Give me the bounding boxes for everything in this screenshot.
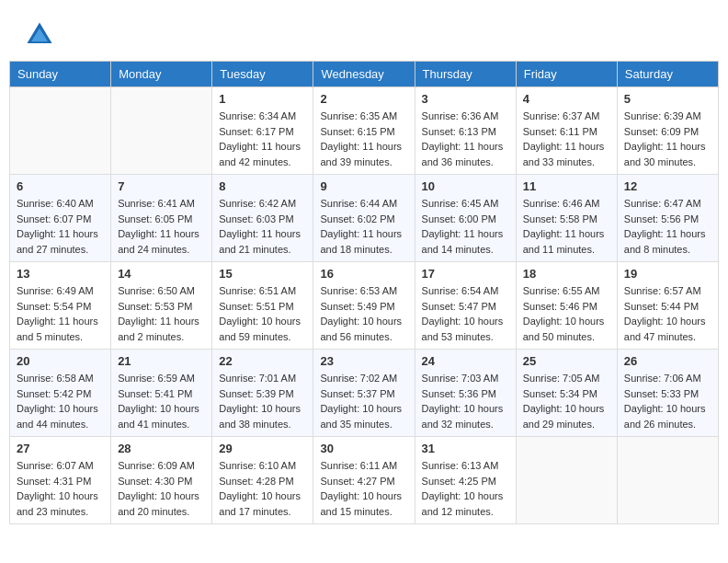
sunset-text: Sunset: 5:41 PM xyxy=(118,386,205,402)
day-info: Sunrise: 6:36 AM Sunset: 6:13 PM Dayligh… xyxy=(422,109,509,169)
calendar-day-cell: 13 Sunrise: 6:49 AM Sunset: 5:54 PM Dayl… xyxy=(10,262,111,350)
day-number: 22 xyxy=(219,354,306,368)
day-number: 27 xyxy=(17,442,104,455)
calendar-week-row: 1 Sunrise: 6:34 AM Sunset: 6:17 PM Dayli… xyxy=(10,87,719,175)
sunset-text: Sunset: 4:28 PM xyxy=(219,474,306,489)
calendar-day-cell: 8 Sunrise: 6:42 AM Sunset: 6:03 PM Dayli… xyxy=(212,175,313,262)
calendar-week-row: 6 Sunrise: 6:40 AM Sunset: 6:07 PM Dayli… xyxy=(10,175,719,262)
sunset-text: Sunset: 6:15 PM xyxy=(320,124,407,140)
sunset-text: Sunset: 5:58 PM xyxy=(523,212,610,227)
calendar-day-cell: 23 Sunrise: 7:02 AM Sunset: 5:37 PM Dayl… xyxy=(313,350,415,437)
sunrise-text: Sunrise: 7:01 AM xyxy=(219,371,306,386)
day-number: 17 xyxy=(422,267,509,281)
day-number: 20 xyxy=(17,354,104,368)
sunrise-text: Sunrise: 6:42 AM xyxy=(219,196,306,212)
daylight-text: Daylight: 10 hours and 50 minutes. xyxy=(523,314,610,344)
day-info: Sunrise: 7:05 AM Sunset: 5:34 PM Dayligh… xyxy=(523,371,610,431)
day-number: 31 xyxy=(422,442,509,455)
day-info: Sunrise: 7:03 AM Sunset: 5:36 PM Dayligh… xyxy=(422,371,509,431)
sunset-text: Sunset: 4:30 PM xyxy=(118,474,205,489)
day-info: Sunrise: 6:49 AM Sunset: 5:54 PM Dayligh… xyxy=(17,283,104,344)
day-info: Sunrise: 6:51 AM Sunset: 5:51 PM Dayligh… xyxy=(219,283,306,344)
calendar-day-cell: 31 Sunrise: 6:13 AM Sunset: 4:25 PM Dayl… xyxy=(415,437,516,524)
sunrise-text: Sunrise: 6:44 AM xyxy=(320,196,407,212)
daylight-text: Daylight: 11 hours and 21 minutes. xyxy=(219,226,306,257)
sunset-text: Sunset: 4:31 PM xyxy=(17,474,104,489)
calendar-day-cell: 10 Sunrise: 6:45 AM Sunset: 6:00 PM Dayl… xyxy=(415,175,516,262)
day-number: 21 xyxy=(118,354,205,368)
day-info: Sunrise: 6:41 AM Sunset: 6:05 PM Dayligh… xyxy=(118,196,205,257)
day-number: 30 xyxy=(320,442,407,455)
sunrise-text: Sunrise: 6:54 AM xyxy=(422,283,509,299)
calendar-day-cell: 22 Sunrise: 7:01 AM Sunset: 5:39 PM Dayl… xyxy=(212,350,313,437)
calendar-day-header: Saturday xyxy=(617,62,718,87)
daylight-text: Daylight: 10 hours and 35 minutes. xyxy=(320,401,407,431)
daylight-text: Daylight: 10 hours and 29 minutes. xyxy=(523,401,610,431)
calendar-day-header: Friday xyxy=(516,62,617,87)
day-info: Sunrise: 6:10 AM Sunset: 4:28 PM Dayligh… xyxy=(219,458,306,519)
daylight-text: Daylight: 11 hours and 42 minutes. xyxy=(219,139,306,169)
day-info: Sunrise: 6:59 AM Sunset: 5:41 PM Dayligh… xyxy=(118,371,205,431)
day-info: Sunrise: 6:54 AM Sunset: 5:47 PM Dayligh… xyxy=(422,283,509,344)
sunset-text: Sunset: 5:44 PM xyxy=(624,299,711,315)
day-info: Sunrise: 6:57 AM Sunset: 5:44 PM Dayligh… xyxy=(624,283,711,344)
sunset-text: Sunset: 5:39 PM xyxy=(219,386,306,402)
sunrise-text: Sunrise: 7:05 AM xyxy=(523,371,610,386)
day-number: 10 xyxy=(422,179,509,193)
daylight-text: Daylight: 10 hours and 53 minutes. xyxy=(422,314,509,344)
calendar-day-cell: 12 Sunrise: 6:47 AM Sunset: 5:56 PM Dayl… xyxy=(617,175,718,262)
day-number: 24 xyxy=(422,354,509,368)
sunset-text: Sunset: 5:46 PM xyxy=(523,299,610,315)
calendar-week-row: 13 Sunrise: 6:49 AM Sunset: 5:54 PM Dayl… xyxy=(10,262,719,350)
daylight-text: Daylight: 10 hours and 12 minutes. xyxy=(422,488,509,519)
day-info: Sunrise: 7:06 AM Sunset: 5:33 PM Dayligh… xyxy=(624,371,711,431)
calendar-day-cell: 6 Sunrise: 6:40 AM Sunset: 6:07 PM Dayli… xyxy=(10,175,111,262)
day-info: Sunrise: 6:44 AM Sunset: 6:02 PM Dayligh… xyxy=(320,196,407,257)
sunrise-text: Sunrise: 6:57 AM xyxy=(624,283,711,299)
sunrise-text: Sunrise: 6:50 AM xyxy=(118,283,205,299)
calendar-day-cell: 19 Sunrise: 6:57 AM Sunset: 5:44 PM Dayl… xyxy=(617,262,718,350)
day-info: Sunrise: 6:39 AM Sunset: 6:09 PM Dayligh… xyxy=(624,109,711,169)
day-number: 23 xyxy=(320,354,407,368)
sunset-text: Sunset: 6:05 PM xyxy=(118,212,205,227)
calendar-day-header: Tuesday xyxy=(212,62,313,87)
sunrise-text: Sunrise: 6:40 AM xyxy=(17,196,104,212)
sunset-text: Sunset: 6:13 PM xyxy=(422,124,509,140)
sunrise-text: Sunrise: 6:13 AM xyxy=(422,458,509,474)
sunrise-text: Sunrise: 6:34 AM xyxy=(219,109,306,124)
daylight-text: Daylight: 11 hours and 14 minutes. xyxy=(422,226,509,257)
sunrise-text: Sunrise: 7:03 AM xyxy=(422,371,509,386)
calendar-day-cell: 28 Sunrise: 6:09 AM Sunset: 4:30 PM Dayl… xyxy=(111,437,212,524)
calendar-day-cell: 27 Sunrise: 6:07 AM Sunset: 4:31 PM Dayl… xyxy=(10,437,111,524)
daylight-text: Daylight: 11 hours and 8 minutes. xyxy=(624,226,711,257)
day-number: 6 xyxy=(17,179,104,193)
sunset-text: Sunset: 5:51 PM xyxy=(219,299,306,315)
sunset-text: Sunset: 5:36 PM xyxy=(422,386,509,402)
sunset-text: Sunset: 6:09 PM xyxy=(624,124,711,140)
sunset-text: Sunset: 5:37 PM xyxy=(320,386,407,402)
sunset-text: Sunset: 5:53 PM xyxy=(118,299,205,315)
sunrise-text: Sunrise: 6:41 AM xyxy=(118,196,205,212)
day-info: Sunrise: 6:34 AM Sunset: 6:17 PM Dayligh… xyxy=(219,109,306,169)
daylight-text: Daylight: 10 hours and 23 minutes. xyxy=(17,488,104,519)
sunrise-text: Sunrise: 6:45 AM xyxy=(422,196,509,212)
calendar-day-cell: 3 Sunrise: 6:36 AM Sunset: 6:13 PM Dayli… xyxy=(415,87,516,175)
sunset-text: Sunset: 4:25 PM xyxy=(422,474,509,489)
daylight-text: Daylight: 11 hours and 11 minutes. xyxy=(523,226,610,257)
day-info: Sunrise: 6:09 AM Sunset: 4:30 PM Dayligh… xyxy=(118,458,205,519)
day-number: 28 xyxy=(118,442,205,455)
daylight-text: Daylight: 10 hours and 59 minutes. xyxy=(219,314,306,344)
day-number: 12 xyxy=(624,179,711,193)
day-number: 13 xyxy=(17,267,104,281)
sunrise-text: Sunrise: 6:07 AM xyxy=(17,458,104,474)
day-info: Sunrise: 6:11 AM Sunset: 4:27 PM Dayligh… xyxy=(320,458,407,519)
sunset-text: Sunset: 5:33 PM xyxy=(624,386,711,402)
daylight-text: Daylight: 10 hours and 15 minutes. xyxy=(320,488,407,519)
day-info: Sunrise: 6:40 AM Sunset: 6:07 PM Dayligh… xyxy=(17,196,104,257)
calendar-day-cell: 18 Sunrise: 6:55 AM Sunset: 5:46 PM Dayl… xyxy=(516,262,617,350)
day-info: Sunrise: 6:07 AM Sunset: 4:31 PM Dayligh… xyxy=(17,458,104,519)
day-info: Sunrise: 6:55 AM Sunset: 5:46 PM Dayligh… xyxy=(523,283,610,344)
day-info: Sunrise: 6:53 AM Sunset: 5:49 PM Dayligh… xyxy=(320,283,407,344)
daylight-text: Daylight: 10 hours and 44 minutes. xyxy=(17,401,104,431)
daylight-text: Daylight: 11 hours and 39 minutes. xyxy=(320,139,407,169)
